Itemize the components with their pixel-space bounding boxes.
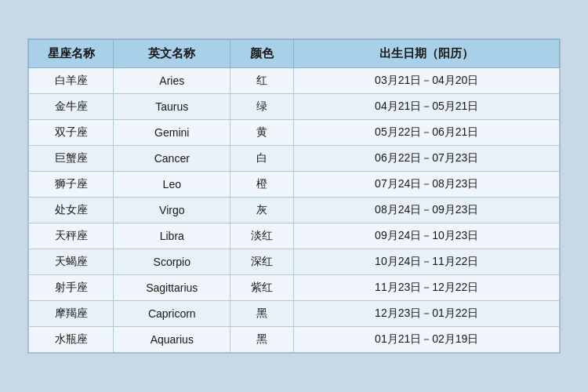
cell-english-name: Gemini [114, 120, 230, 146]
zodiac-table-container: 星座名称 英文名称 颜色 出生日期（阳历） 白羊座Aries红03月21日－04… [27, 38, 561, 354]
cell-color: 淡红 [230, 223, 294, 249]
cell-date-range: 07月24日－08月23日 [294, 172, 560, 198]
table-row: 狮子座Leo橙07月24日－08月23日 [29, 172, 560, 198]
cell-chinese-name: 白羊座 [29, 68, 114, 94]
cell-date-range: 04月21日－05月21日 [294, 94, 560, 120]
table-row: 射手座Sagittarius紫红11月23日－12月22日 [29, 275, 560, 301]
header-color: 颜色 [230, 40, 294, 68]
table-row: 水瓶座Aquarius黑01月21日－02月19日 [29, 327, 560, 353]
cell-date-range: 12月23日－01月22日 [294, 301, 560, 327]
cell-color: 黄 [230, 120, 294, 146]
cell-chinese-name: 天秤座 [29, 223, 114, 249]
cell-english-name: Sagittarius [114, 275, 230, 301]
table-row: 天蝎座Scorpio深红10月24日－11月22日 [29, 249, 560, 275]
cell-english-name: Scorpio [114, 249, 230, 275]
cell-chinese-name: 金牛座 [29, 94, 114, 120]
cell-chinese-name: 天蝎座 [29, 249, 114, 275]
table-row: 双子座Gemini黄05月22日－06月21日 [29, 120, 560, 146]
cell-chinese-name: 双子座 [29, 120, 114, 146]
table-row: 金牛座Taurus绿04月21日－05月21日 [29, 94, 560, 120]
table-row: 处女座Virgo灰08月24日－09月23日 [29, 198, 560, 223]
cell-color: 紫红 [230, 275, 294, 301]
cell-color: 灰 [230, 198, 294, 223]
cell-english-name: Virgo [114, 198, 230, 223]
cell-english-name: Leo [114, 172, 230, 198]
cell-english-name: Taurus [114, 94, 230, 120]
cell-english-name: Aquarius [114, 327, 230, 353]
cell-color: 黑 [230, 327, 294, 353]
cell-color: 黑 [230, 301, 294, 327]
cell-date-range: 05月22日－06月21日 [294, 120, 560, 146]
cell-chinese-name: 水瓶座 [29, 327, 114, 353]
cell-date-range: 11月23日－12月22日 [294, 275, 560, 301]
cell-color: 深红 [230, 249, 294, 275]
zodiac-table: 星座名称 英文名称 颜色 出生日期（阳历） 白羊座Aries红03月21日－04… [28, 39, 560, 353]
header-chinese-name: 星座名称 [29, 40, 114, 68]
cell-color: 橙 [230, 172, 294, 198]
table-row: 摩羯座Capricorn黑12月23日－01月22日 [29, 301, 560, 327]
cell-date-range: 03月21日－04月20日 [294, 68, 560, 94]
cell-date-range: 06月22日－07月23日 [294, 146, 560, 172]
cell-english-name: Capricorn [114, 301, 230, 327]
table-row: 白羊座Aries红03月21日－04月20日 [29, 68, 560, 94]
cell-color: 红 [230, 68, 294, 94]
table-row: 天秤座Libra淡红09月24日－10月23日 [29, 223, 560, 249]
cell-chinese-name: 处女座 [29, 198, 114, 223]
cell-english-name: Libra [114, 223, 230, 249]
header-english-name: 英文名称 [114, 40, 230, 68]
cell-english-name: Aries [114, 68, 230, 94]
cell-chinese-name: 狮子座 [29, 172, 114, 198]
table-header-row: 星座名称 英文名称 颜色 出生日期（阳历） [29, 40, 560, 68]
cell-date-range: 10月24日－11月22日 [294, 249, 560, 275]
cell-date-range: 08月24日－09月23日 [294, 198, 560, 223]
cell-date-range: 01月21日－02月19日 [294, 327, 560, 353]
table-row: 巨蟹座Cancer白06月22日－07月23日 [29, 146, 560, 172]
cell-color: 绿 [230, 94, 294, 120]
header-date-range: 出生日期（阳历） [294, 40, 560, 68]
cell-color: 白 [230, 146, 294, 172]
cell-english-name: Cancer [114, 146, 230, 172]
cell-chinese-name: 摩羯座 [29, 301, 114, 327]
cell-chinese-name: 巨蟹座 [29, 146, 114, 172]
cell-date-range: 09月24日－10月23日 [294, 223, 560, 249]
cell-chinese-name: 射手座 [29, 275, 114, 301]
